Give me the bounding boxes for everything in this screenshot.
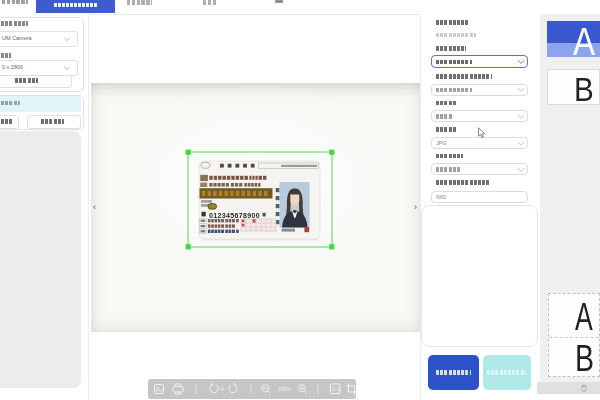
svg-text:18%: 18% <box>278 386 291 392</box>
svg-text:0: 0 <box>221 386 224 392</box>
svg-text:1:1: 1:1 <box>332 386 340 392</box>
